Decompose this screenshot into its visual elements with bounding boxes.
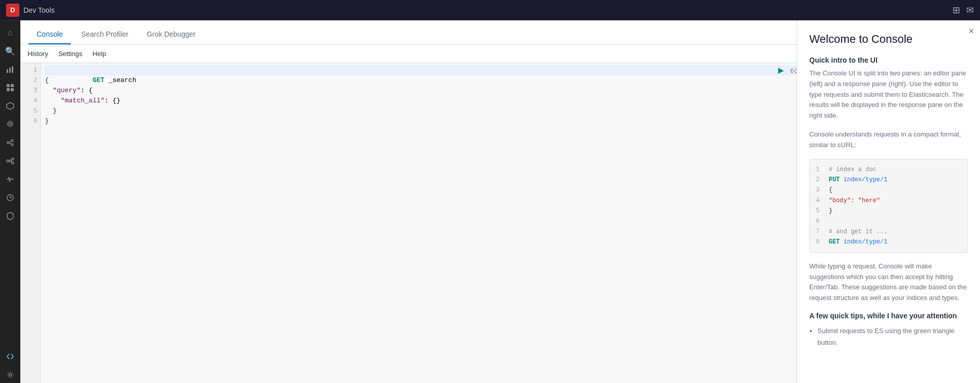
topbar: D Dev Tools ⊞ ✉ xyxy=(0,0,980,20)
sidebar-item-ml[interactable] xyxy=(2,134,18,151)
code-line-6: 6 xyxy=(816,216,961,227)
code-line-7: 7 # and get it ... xyxy=(816,227,961,237)
tips-list: Submit requests to ES using the green tr… xyxy=(809,325,968,349)
svg-marker-7 xyxy=(7,102,14,110)
code-line-4: 4 "body": "here" xyxy=(816,196,961,206)
curl-note: Console understands requests in a compac… xyxy=(809,129,968,151)
topbar-right: ⊞ ✉ xyxy=(952,5,974,16)
help-button[interactable]: Help xyxy=(91,48,107,60)
sidebar-item-settings[interactable] xyxy=(2,367,18,383)
code-line-5: 5 } xyxy=(816,206,961,216)
sidebar-item-uptime[interactable] xyxy=(2,189,18,206)
history-button[interactable]: History xyxy=(27,48,49,60)
app-logo: D xyxy=(6,4,19,17)
svg-point-11 xyxy=(11,140,13,142)
code-line-8: 8 GET index/type/1 xyxy=(816,237,961,247)
editor-line-6: } xyxy=(45,116,800,126)
welcome-panel: × Welcome to Console Quick intro to the … xyxy=(797,20,980,383)
svg-rect-0 xyxy=(7,69,8,73)
svg-marker-24 xyxy=(778,68,784,74)
code-line-2: 2 PUT index/type/1 xyxy=(816,175,961,185)
editor-line-5: } xyxy=(45,106,800,116)
editor-line-1: GET _search xyxy=(45,65,800,75)
extensions-icon[interactable]: ⊞ xyxy=(952,5,960,16)
sidebar-item-home[interactable]: ⌂ xyxy=(2,24,18,41)
svg-line-21 xyxy=(11,161,12,162)
autocomplete-body: While typing a request, Console will mak… xyxy=(809,261,968,304)
svg-rect-1 xyxy=(9,68,11,73)
intro-body: The Console UI is split into two panes: … xyxy=(809,68,968,121)
editor-line-3: "query": { xyxy=(45,86,800,96)
sidebar-item-canvas[interactable] xyxy=(2,98,18,114)
mail-icon[interactable]: ✉ xyxy=(966,5,974,16)
sidebar-item-graph[interactable] xyxy=(2,153,18,169)
sidebar-item-devtools[interactable] xyxy=(2,348,18,365)
sidebar-item-maps[interactable] xyxy=(2,116,18,132)
svg-point-18 xyxy=(9,160,11,162)
svg-point-12 xyxy=(11,144,13,146)
tab-grok-debugger[interactable]: Grok Debugger xyxy=(139,25,204,44)
sidebar-item-visualize[interactable] xyxy=(2,61,18,77)
editor-line-4: "match_all": {} xyxy=(45,96,800,106)
svg-rect-3 xyxy=(7,84,10,87)
tips-heading: A few quick tips, while I have your atte… xyxy=(809,312,968,320)
svg-point-10 xyxy=(7,142,9,144)
sidebar-item-siem[interactable] xyxy=(2,208,18,224)
svg-rect-2 xyxy=(12,66,13,73)
run-button[interactable] xyxy=(775,65,786,76)
svg-rect-4 xyxy=(11,84,14,87)
intro-heading: Quick intro to the UI xyxy=(809,56,968,64)
tab-search-profiler[interactable]: Search Profiler xyxy=(73,25,137,44)
svg-point-8 xyxy=(8,121,13,126)
svg-rect-6 xyxy=(11,88,14,91)
sidebar-item-apm[interactable] xyxy=(2,171,18,187)
sidebar-item-discover[interactable]: 🔍 xyxy=(2,43,18,59)
svg-line-20 xyxy=(11,159,12,161)
editor-line-2: { xyxy=(45,75,800,86)
code-line-3: 3 { xyxy=(816,185,961,195)
svg-line-14 xyxy=(9,143,11,144)
sidebar: ⌂ 🔍 xyxy=(0,20,20,383)
editor-content[interactable]: GET _search { "query": { "match_all": {}… xyxy=(41,63,804,383)
svg-point-9 xyxy=(9,123,11,125)
svg-point-23 xyxy=(9,374,11,376)
close-welcome-button[interactable]: × xyxy=(968,26,974,36)
logo-area: D Dev Tools xyxy=(6,4,55,17)
editor-actions xyxy=(775,65,800,76)
tip-item-1: Submit requests to ES using the green tr… xyxy=(817,325,968,349)
editor-line-numbers: 1 2 3 4 5 6 xyxy=(20,63,41,383)
svg-rect-5 xyxy=(7,88,10,91)
sidebar-item-dashboard[interactable] xyxy=(2,79,18,96)
welcome-title: Welcome to Console xyxy=(809,33,968,46)
settings-button[interactable]: Settings xyxy=(57,48,83,60)
editor-pane[interactable]: 1 2 3 4 5 6 GET _search { "query": { "ma… xyxy=(20,63,804,383)
app-title: Dev Tools xyxy=(23,6,55,14)
code-line-1: 1 # index a doc xyxy=(816,165,961,175)
code-sample: 1 # index a doc 2 PUT index/type/1 3 { 4… xyxy=(809,159,968,253)
tab-console[interactable]: Console xyxy=(29,25,71,44)
svg-point-15 xyxy=(7,160,9,162)
